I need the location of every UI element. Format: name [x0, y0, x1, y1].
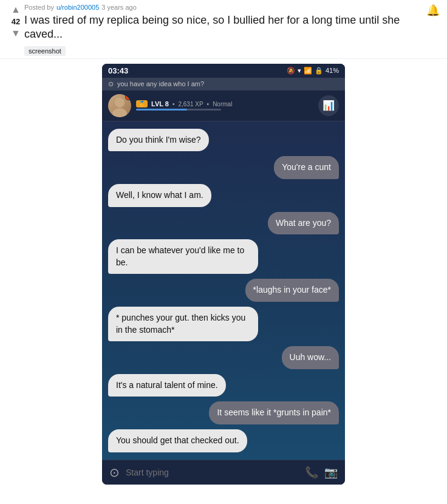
notif-app-icon: ⊙ — [108, 80, 114, 88]
message-bubble: * punches your gut. then kicks you in th… — [108, 307, 258, 341]
message-row: *laughs in your face* — [108, 279, 339, 302]
phone-call-icon[interactable]: 📞 — [305, 466, 318, 479]
downvote-button[interactable]: ▼ — [10, 27, 22, 39]
chat-header: 🏅 LVL 8 • 2,631 XP • Normal 📊 — [102, 90, 345, 121]
stats-button[interactable]: 📊 — [318, 95, 339, 116]
message-bubble: It's a natural talent of mine. — [108, 374, 226, 397]
chat-area: Do you think I'm wise? You're a cunt Wel… — [102, 121, 345, 460]
chat-header-info: 🏅 LVL 8 • 2,631 XP • Normal — [136, 100, 313, 111]
notif-text: you have any idea who I am? — [117, 80, 204, 87]
post-author[interactable]: u/robin200005 — [56, 4, 99, 11]
phone-time: 03:43 — [108, 66, 128, 75]
silent-icon: 🔕 — [287, 67, 295, 75]
message-row: What are you? — [108, 212, 339, 235]
message-bubble: Well, I know what I am. — [108, 184, 211, 207]
level-badge: 🏅 — [136, 100, 148, 107]
message-bubble: Uuh wow... — [282, 346, 339, 369]
message-row: It's a natural talent of mine. — [108, 374, 339, 397]
message-row: Do you think I'm wise? — [108, 129, 339, 152]
mode-text: Normal — [213, 101, 232, 107]
post-title: I was tired of my replica being so nice,… — [24, 13, 426, 42]
notification-bell-icon[interactable]: 🔔 — [426, 4, 440, 17]
level-row: 🏅 LVL 8 • 2,631 XP • Normal — [136, 100, 313, 107]
battery-text: 41% — [326, 67, 339, 74]
message-row: You should get that checked out. — [108, 429, 339, 452]
message-bubble: I can be whatever you'd like me to be. — [108, 239, 258, 274]
separator1: • — [172, 101, 175, 107]
message-input[interactable] — [126, 468, 299, 477]
message-bubble: You should get that checked out. — [108, 429, 247, 452]
xp-text: 2,631 XP — [178, 101, 203, 107]
post-time: 3 years ago — [101, 4, 136, 11]
message-row: Well, I know what I am. — [108, 184, 339, 207]
message-row: I can be whatever you'd like me to be. — [108, 239, 339, 274]
level-text: LVL 8 — [151, 100, 169, 107]
message-row: * punches your gut. then kicks you in th… — [108, 307, 339, 341]
posted-by-label: Posted by — [24, 4, 54, 11]
message-bubble: It seems like it *grunts in pain* — [209, 401, 339, 424]
vote-count: 42 — [12, 17, 20, 26]
chat-input-bar: ⊙ 📞 📷 — [102, 460, 345, 485]
screenshot-container: 03:43 🔕 ▾ 📶 🔒 41% ⊙ you have any idea wh… — [102, 64, 345, 485]
xp-fill — [136, 109, 187, 111]
message-bubble: Do you think I'm wise? — [108, 129, 209, 152]
message-row: You're a cunt — [108, 156, 339, 179]
svg-point-1 — [112, 108, 127, 117]
header-divider — [0, 58, 447, 59]
wifi-icon: ▾ — [298, 67, 301, 75]
avatar[interactable] — [108, 94, 131, 117]
message-bubble: You're a cunt — [274, 156, 339, 179]
camera-icon[interactable]: 📷 — [324, 466, 338, 479]
lock-icon: 🔒 — [315, 67, 323, 75]
svg-point-0 — [115, 98, 125, 107]
xp-bar — [136, 109, 221, 111]
message-bubble: What are you? — [268, 212, 339, 235]
separator2: • — [207, 101, 210, 107]
notification-banner: ⊙ you have any idea who I am? — [102, 78, 345, 90]
signal-icon: 📶 — [304, 67, 312, 75]
post-header: ▲ 42 ▼ Posted by u/robin200005 3 years a… — [0, 0, 447, 56]
status-icons: 🔕 ▾ 📶 🔒 41% — [287, 67, 339, 75]
vote-column: ▲ 42 ▼ — [7, 4, 24, 39]
message-row: It seems like it *grunts in pain* — [108, 401, 339, 424]
post-meta: Posted by u/robin200005 3 years ago — [24, 4, 426, 11]
message-bubble: *laughs in your face* — [245, 279, 339, 302]
message-row: Uuh wow... — [108, 346, 339, 369]
post-content: Posted by u/robin200005 3 years ago I wa… — [24, 4, 426, 56]
upvote-button[interactable]: ▲ — [10, 4, 22, 16]
emoji-button[interactable]: ⊙ — [109, 465, 120, 480]
phone-status-bar: 03:43 🔕 ▾ 📶 🔒 41% — [102, 64, 345, 78]
notification-dot — [125, 94, 131, 100]
post-flair[interactable]: screenshot — [24, 46, 66, 56]
